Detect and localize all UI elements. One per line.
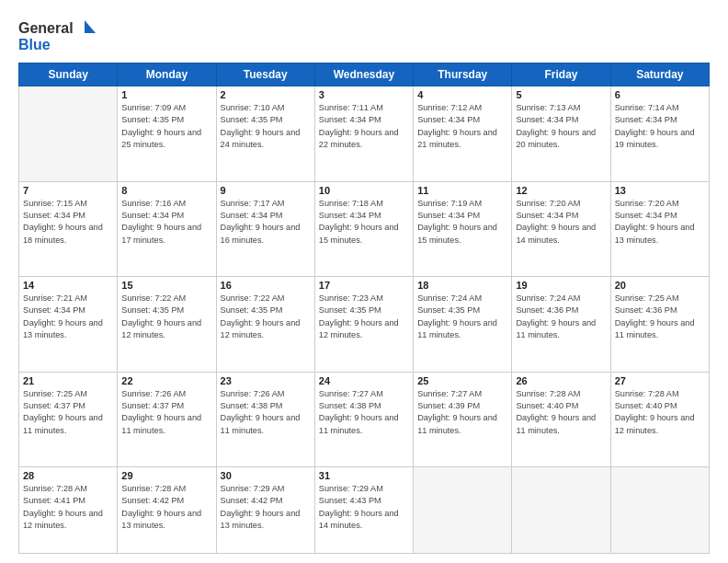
day-number: 22 [121,375,211,386]
day-number: 5 [516,89,606,100]
day-number: 2 [221,89,311,100]
day-number: 18 [417,280,507,291]
day-info: Sunrise: 7:11 AMSunset: 4:34 PMDaylight:… [319,102,409,151]
calendar-cell [414,467,512,554]
calendar-cell: 2Sunrise: 7:10 AMSunset: 4:35 PMDaylight… [216,86,314,182]
day-info: Sunrise: 7:09 AMSunset: 4:35 PMDaylight:… [121,102,211,151]
day-info: Sunrise: 7:29 AMSunset: 4:42 PMDaylight:… [221,483,311,532]
day-header-sunday: Sunday [19,63,118,86]
day-header-wednesday: Wednesday [314,63,413,86]
day-info: Sunrise: 7:26 AMSunset: 4:38 PMDaylight:… [221,388,311,437]
calendar-cell: 4Sunrise: 7:12 AMSunset: 4:34 PMDaylight… [414,86,512,182]
calendar-cell: 15Sunrise: 7:22 AMSunset: 4:35 PMDayligh… [118,277,216,373]
calendar-cell [610,467,709,554]
day-number: 12 [516,185,606,196]
calendar-cell: 12Sunrise: 7:20 AMSunset: 4:34 PMDayligh… [512,181,610,277]
calendar-cell: 23Sunrise: 7:26 AMSunset: 4:38 PMDayligh… [216,372,314,467]
day-info: Sunrise: 7:20 AMSunset: 4:34 PMDaylight:… [615,198,705,247]
day-info: Sunrise: 7:25 AMSunset: 4:36 PMDaylight:… [615,293,705,341]
calendar-cell: 3Sunrise: 7:11 AMSunset: 4:34 PMDaylight… [314,86,413,182]
day-info: Sunrise: 7:13 AMSunset: 4:34 PMDaylight:… [516,102,606,151]
calendar-cell: 11Sunrise: 7:19 AMSunset: 4:34 PMDayligh… [414,181,512,277]
calendar-cell [512,467,610,554]
day-info: Sunrise: 7:25 AMSunset: 4:37 PMDaylight:… [23,388,113,437]
calendar-cell: 8Sunrise: 7:16 AMSunset: 4:34 PMDaylight… [118,181,216,277]
day-info: Sunrise: 7:14 AMSunset: 4:34 PMDaylight:… [615,102,705,151]
calendar-cell: 26Sunrise: 7:28 AMSunset: 4:40 PMDayligh… [512,372,610,467]
day-number: 23 [221,375,311,386]
day-info: Sunrise: 7:28 AMSunset: 4:40 PMDaylight:… [516,388,606,437]
day-number: 28 [23,470,113,481]
day-info: Sunrise: 7:26 AMSunset: 4:37 PMDaylight:… [121,388,211,437]
calendar-week-row: 28Sunrise: 7:28 AMSunset: 4:41 PMDayligh… [19,467,710,554]
day-info: Sunrise: 7:22 AMSunset: 4:35 PMDaylight:… [121,293,211,341]
day-number: 11 [417,185,507,196]
day-number: 16 [221,280,311,291]
day-info: Sunrise: 7:18 AMSunset: 4:34 PMDaylight:… [319,198,409,247]
day-header-monday: Monday [118,63,216,86]
calendar-cell: 24Sunrise: 7:27 AMSunset: 4:38 PMDayligh… [314,372,413,467]
calendar-cell [19,86,118,182]
calendar-cell: 10Sunrise: 7:18 AMSunset: 4:34 PMDayligh… [314,181,413,277]
day-header-friday: Friday [512,63,610,86]
page: GeneralBlue SundayMondayTuesdayWednesday… [0,0,728,563]
calendar-week-row: 1Sunrise: 7:09 AMSunset: 4:35 PMDaylight… [19,86,710,182]
header: GeneralBlue [18,17,710,55]
calendar-cell: 14Sunrise: 7:21 AMSunset: 4:34 PMDayligh… [19,277,118,373]
calendar-cell: 18Sunrise: 7:24 AMSunset: 4:35 PMDayligh… [414,277,512,373]
day-number: 26 [516,375,606,386]
day-number: 31 [319,470,409,481]
day-number: 29 [121,470,211,481]
calendar-cell: 21Sunrise: 7:25 AMSunset: 4:37 PMDayligh… [19,372,118,467]
calendar-cell: 7Sunrise: 7:15 AMSunset: 4:34 PMDaylight… [19,181,118,277]
day-header-thursday: Thursday [414,63,512,86]
day-info: Sunrise: 7:10 AMSunset: 4:35 PMDaylight:… [221,102,311,151]
calendar-cell: 13Sunrise: 7:20 AMSunset: 4:34 PMDayligh… [610,181,709,277]
calendar-cell: 20Sunrise: 7:25 AMSunset: 4:36 PMDayligh… [610,277,709,373]
day-info: Sunrise: 7:27 AMSunset: 4:38 PMDaylight:… [319,388,409,437]
calendar-cell: 16Sunrise: 7:22 AMSunset: 4:35 PMDayligh… [216,277,314,373]
calendar-header-row: SundayMondayTuesdayWednesdayThursdayFrid… [19,63,710,86]
calendar-week-row: 14Sunrise: 7:21 AMSunset: 4:34 PMDayligh… [19,277,710,373]
calendar-week-row: 7Sunrise: 7:15 AMSunset: 4:34 PMDaylight… [19,181,710,277]
day-info: Sunrise: 7:28 AMSunset: 4:40 PMDaylight:… [615,388,705,437]
svg-text:Blue: Blue [18,37,51,52]
day-number: 10 [319,185,409,196]
logo-svg: GeneralBlue [18,17,101,55]
day-info: Sunrise: 7:28 AMSunset: 4:41 PMDaylight:… [23,483,113,532]
day-number: 14 [23,280,113,291]
day-number: 1 [121,89,211,100]
svg-marker-2 [85,20,96,33]
day-info: Sunrise: 7:29 AMSunset: 4:43 PMDaylight:… [319,483,409,532]
day-number: 6 [615,89,705,100]
calendar-cell: 22Sunrise: 7:26 AMSunset: 4:37 PMDayligh… [118,372,216,467]
day-header-tuesday: Tuesday [216,63,314,86]
calendar-cell: 31Sunrise: 7:29 AMSunset: 4:43 PMDayligh… [314,467,413,554]
day-info: Sunrise: 7:27 AMSunset: 4:39 PMDaylight:… [417,388,507,437]
calendar-cell: 30Sunrise: 7:29 AMSunset: 4:42 PMDayligh… [216,467,314,554]
day-info: Sunrise: 7:28 AMSunset: 4:42 PMDaylight:… [121,483,211,532]
day-info: Sunrise: 7:23 AMSunset: 4:35 PMDaylight:… [319,293,409,341]
day-number: 17 [319,280,409,291]
calendar-cell: 28Sunrise: 7:28 AMSunset: 4:41 PMDayligh… [19,467,118,554]
calendar-cell: 6Sunrise: 7:14 AMSunset: 4:34 PMDaylight… [610,86,709,182]
calendar-cell: 29Sunrise: 7:28 AMSunset: 4:42 PMDayligh… [118,467,216,554]
svg-text:General: General [18,20,74,36]
day-number: 25 [417,375,507,386]
day-number: 19 [516,280,606,291]
day-info: Sunrise: 7:16 AMSunset: 4:34 PMDaylight:… [121,198,211,247]
day-number: 15 [121,280,211,291]
day-number: 9 [221,185,311,196]
day-number: 20 [615,280,705,291]
day-number: 8 [121,185,211,196]
day-info: Sunrise: 7:24 AMSunset: 4:35 PMDaylight:… [417,293,507,341]
day-info: Sunrise: 7:22 AMSunset: 4:35 PMDaylight:… [221,293,311,341]
calendar-cell: 27Sunrise: 7:28 AMSunset: 4:40 PMDayligh… [610,372,709,467]
day-info: Sunrise: 7:20 AMSunset: 4:34 PMDaylight:… [516,198,606,247]
calendar-cell: 25Sunrise: 7:27 AMSunset: 4:39 PMDayligh… [414,372,512,467]
day-header-saturday: Saturday [610,63,709,86]
calendar-cell: 5Sunrise: 7:13 AMSunset: 4:34 PMDaylight… [512,86,610,182]
day-number: 21 [23,375,113,386]
day-info: Sunrise: 7:24 AMSunset: 4:36 PMDaylight:… [516,293,606,341]
calendar-cell: 1Sunrise: 7:09 AMSunset: 4:35 PMDaylight… [118,86,216,182]
